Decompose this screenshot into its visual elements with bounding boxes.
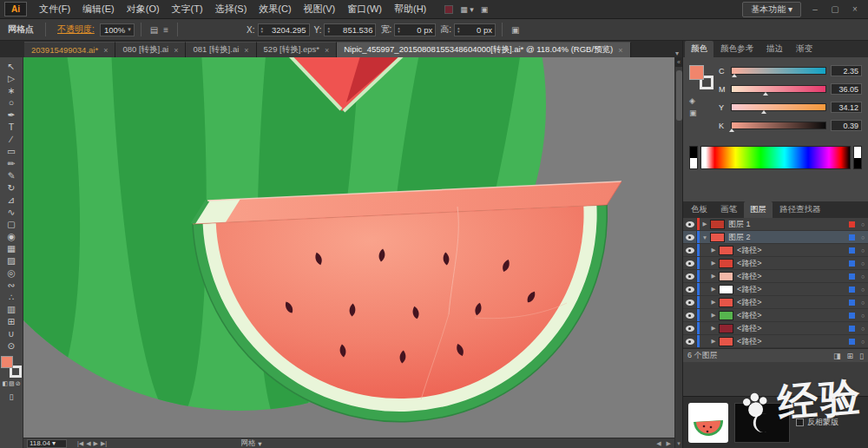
invert-mask-checkbox[interactable] [796,418,804,426]
document-tab-3[interactable]: 529 [转换].eps*× [257,42,338,57]
opacity-input[interactable]: 100%▾ [100,23,135,36]
prev-artboard-icon[interactable]: ◀ [86,440,90,447]
shape-builder-tool[interactable]: ◉ [1,230,23,242]
stepper-icon[interactable]: ▴▾ [327,26,330,33]
eye-visibility-icon[interactable] [683,335,697,347]
layer-name[interactable]: <路径> [737,258,849,269]
disclosure-icon[interactable]: ▶ [708,325,719,332]
color-cube-icon[interactable]: ◈ [689,96,719,105]
object-thumbnail[interactable] [688,403,728,443]
free-transform-tool[interactable]: ▢ [1,218,23,230]
selection-tool[interactable]: ↖ [1,60,23,72]
hand-tool[interactable]: ∪ [1,327,23,339]
white-black-swatches[interactable] [853,146,862,169]
tab-color-1[interactable]: 颜色参考 [714,41,760,57]
tab-overflow-icon[interactable]: ▾ [675,49,679,57]
document-tab-2[interactable]: 081 [转换].ai× [186,42,256,57]
disclosure-icon[interactable]: ▶ [708,338,719,345]
lasso-tool[interactable]: ○ [1,96,23,109]
scale-tool[interactable]: ⊿ [1,194,23,206]
layer-thumbnail[interactable] [719,324,733,333]
slider-thumb-icon[interactable] [763,92,768,96]
magic-wand-tool[interactable]: ∗ [1,84,23,96]
channel-slider-m[interactable] [731,85,826,93]
direct-selection-tool[interactable]: ▷ [1,72,23,84]
eye-visibility-icon[interactable] [683,322,697,334]
layer-thumbnail[interactable] [719,337,733,346]
channel-value-y[interactable]: 34.12 [831,102,862,113]
rectangle-tool[interactable]: ▭ [1,145,23,157]
menu-item-0[interactable]: 文件(F) [33,0,76,19]
slider-thumb-icon[interactable] [732,74,737,77]
layer-row-9[interactable]: ▶<路径>○ [683,335,868,348]
menu-item-7[interactable]: 窗口(W) [341,0,388,19]
layer-thumbnail[interactable] [710,233,725,242]
collapse-dock-icon[interactable]: « [675,57,682,67]
stepper-icon[interactable]: ▴▾ [457,26,460,33]
minimize-button[interactable]: – [809,4,821,14]
arrange-documents-icon[interactable]: ▦ ▾ [460,5,474,14]
layer-name[interactable]: <路径> [737,284,849,295]
new-layer-icon[interactable]: ⊞ [847,352,854,360]
chevron-down-icon[interactable]: ▾ [128,26,131,33]
fill-swatch[interactable] [1,356,13,368]
document-tab-1[interactable]: 080 [转换].ai× [115,42,186,57]
status-display-select[interactable]: 网格 ▾ [240,438,261,448]
black-white-swatches[interactable] [689,146,698,169]
layer-row-7[interactable]: ▶<路径>○ [683,309,868,322]
target-circle-icon[interactable]: ○ [858,287,868,293]
layer-row-4[interactable]: ▶<路径>○ [683,270,868,283]
color-mode-icon[interactable]: ◧ [2,380,8,387]
layer-row-0[interactable]: ▶图层 1○ [683,218,868,231]
tab-color-3[interactable]: 渐变 [790,41,819,57]
channel-slider-c[interactable] [731,67,826,75]
eye-visibility-icon[interactable] [683,283,697,295]
blend-tool[interactable]: ∾ [1,279,23,291]
tab-panel-1[interactable]: 画笔 [714,201,743,218]
menu-item-8[interactable]: 帮助(H) [388,0,432,19]
close-tab-icon[interactable]: × [174,46,178,55]
tab-color-0[interactable]: 颜色 [685,41,713,57]
layer-name[interactable]: <路径> [737,336,849,347]
layer-name[interactable]: 图层 1 [728,219,849,230]
fill-stroke-indicator[interactable] [689,65,713,89]
opacity-label[interactable]: 不透明度: [57,23,95,36]
layer-thumbnail[interactable] [719,259,733,268]
channel-slider-y[interactable] [731,103,826,111]
target-circle-icon[interactable]: ○ [858,247,868,254]
stepper-icon[interactable]: ▴▾ [261,26,264,33]
chevron-down-icon[interactable]: ▾ [258,439,261,448]
layer-name[interactable]: <路径> [737,323,849,334]
disclosure-icon[interactable]: ▶ [708,299,719,306]
tab-panel-2[interactable]: 图层 [744,201,773,218]
type-tool[interactable]: T [1,121,23,133]
transform-options-icon[interactable]: ▣ [511,25,519,35]
layer-thumbnail[interactable] [719,272,733,281]
layer-row-8[interactable]: ▶<路径>○ [683,322,868,335]
screen-mode-icon[interactable]: ▣ [481,5,489,14]
eyedropper-tool[interactable]: ◎ [1,267,23,279]
eye-visibility-icon[interactable] [683,231,697,243]
restore-button[interactable]: ▢ [829,4,841,14]
eye-visibility-icon[interactable] [683,244,697,256]
disclosure-icon[interactable]: ▶ [700,221,710,227]
delete-layer-icon[interactable]: ▯ [859,352,864,360]
eye-visibility-icon[interactable] [683,270,697,282]
menu-item-1[interactable]: 编辑(E) [76,0,121,19]
line-segment-tool[interactable]: ∕ [1,133,23,145]
menu-item-4[interactable]: 选择(S) [209,0,253,19]
gradient-mode-icon[interactable]: ▨ [9,380,15,387]
close-tab-icon[interactable]: × [325,46,329,55]
channel-value-k[interactable]: 0.39 [831,120,862,131]
eye-visibility-icon[interactable] [683,257,697,269]
document-tab-4[interactable]: Nipic_455997_20150808155348604000[转换].ai… [337,42,630,57]
layer-name[interactable]: 图层 2 [728,232,849,243]
width-tool[interactable]: ∿ [1,206,23,218]
disclosure-icon[interactable]: ▶ [708,286,719,293]
mask-thumbnail[interactable] [734,403,790,443]
target-circle-icon[interactable]: ○ [858,260,868,267]
bridge-icon[interactable] [444,5,453,14]
out-of-gamut-icon[interactable]: ▣ [689,109,719,117]
layer-row-3[interactable]: ▶<路径>○ [683,257,868,270]
fill-stroke-swatches[interactable] [1,356,22,378]
